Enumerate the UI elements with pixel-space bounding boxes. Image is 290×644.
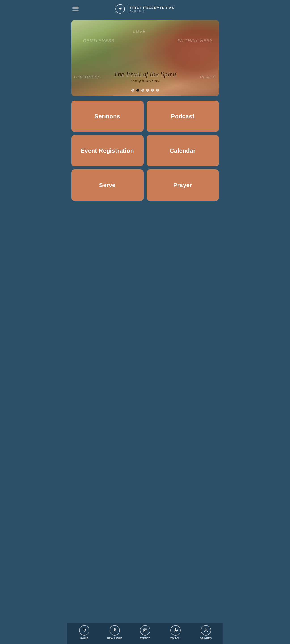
carousel: LOVE GENTLENESS FAITHFULNESS PEACE GOODN…	[71, 20, 219, 96]
nav-home[interactable]: HOME	[69, 625, 100, 640]
serve-button[interactable]: Serve	[71, 170, 144, 201]
events-icon	[140, 625, 150, 636]
carousel-title-sub: Evening Sermon Series	[76, 79, 214, 83]
svg-text:✦: ✦	[118, 6, 122, 11]
groups-icon	[201, 625, 211, 636]
nav-events[interactable]: EVENTS	[130, 625, 160, 640]
logo-container: ✦ FIRST PRESBYTERIAN AUGUSTA	[115, 4, 175, 14]
logo-divider	[127, 5, 128, 13]
menu-button[interactable]	[71, 6, 80, 12]
nav-new-here-label: NEW HERE	[107, 637, 122, 640]
carousel-title-main: The Fruit of the Spirit	[76, 70, 214, 78]
svg-point-7	[205, 629, 206, 630]
nav-groups[interactable]: GROUPS	[191, 625, 221, 640]
nav-groups-label: GROUPS	[200, 637, 212, 640]
grid-buttons: Sermons Podcast Event Registration Calen…	[67, 100, 223, 201]
main-content: Sermons Podcast Event Registration Calen…	[67, 100, 223, 235]
carousel-dot-3[interactable]	[146, 89, 149, 92]
carousel-grapes-overlay	[130, 20, 219, 96]
podcast-button[interactable]: Podcast	[147, 100, 219, 132]
home-icon	[79, 625, 90, 636]
event-registration-button[interactable]: Event Registration	[71, 135, 144, 166]
carousel-dots	[71, 89, 219, 92]
nav-watch-label: WATCH	[170, 637, 180, 640]
logo-text: FIRST PRESBYTERIAN AUGUSTA	[130, 6, 175, 12]
nav-events-label: EVENTS	[139, 637, 150, 640]
carousel-dot-1[interactable]	[136, 89, 139, 92]
calendar-button[interactable]: Calendar	[147, 135, 219, 166]
carousel-dot-0[interactable]	[132, 89, 134, 92]
svg-rect-4	[144, 630, 145, 631]
sermons-button[interactable]: Sermons	[71, 100, 144, 132]
watch-icon	[170, 625, 181, 636]
nav-home-label: HOME	[80, 637, 88, 640]
svg-marker-6	[175, 630, 176, 631]
app-header: ✦ FIRST PRESBYTERIAN AUGUSTA	[67, 0, 223, 18]
carousel-dot-4[interactable]	[151, 89, 154, 92]
carousel-dot-2[interactable]	[141, 89, 144, 92]
new-here-icon	[110, 625, 120, 636]
logo-name: FIRST PRESBYTERIAN	[130, 6, 175, 10]
carousel-dot-5[interactable]	[156, 89, 159, 92]
logo-sub: AUGUSTA	[130, 10, 175, 12]
nav-watch[interactable]: WATCH	[160, 625, 191, 640]
bottom-nav: HOME NEW HERE EVENTS WATCH	[67, 622, 223, 644]
prayer-button[interactable]: Prayer	[147, 170, 219, 201]
carousel-title: The Fruit of the Spirit Evening Sermon S…	[71, 70, 219, 83]
logo-icon: ✦	[115, 4, 125, 14]
nav-new-here[interactable]: NEW HERE	[100, 625, 130, 640]
svg-point-2	[83, 629, 86, 631]
svg-rect-3	[143, 629, 147, 632]
